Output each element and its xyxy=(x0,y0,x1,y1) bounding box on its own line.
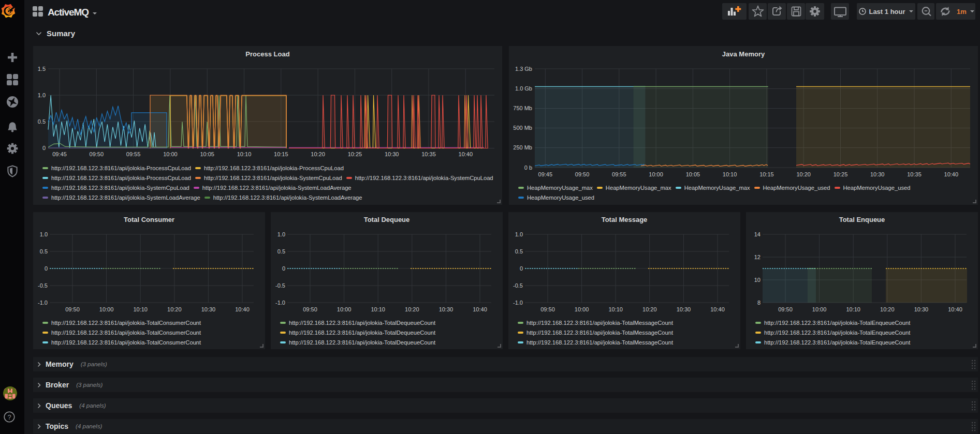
svg-text:10:10: 10:10 xyxy=(723,171,737,177)
svg-text:09:55: 09:55 xyxy=(126,151,141,157)
svg-text:10:20: 10:20 xyxy=(311,151,325,157)
svg-text:0.5: 0.5 xyxy=(515,248,523,255)
svg-text:1.0: 1.0 xyxy=(38,92,46,98)
svg-text:0.5: 0.5 xyxy=(277,248,285,255)
svg-text:10:30: 10:30 xyxy=(201,306,216,312)
svg-text:10:40: 10:40 xyxy=(473,306,487,312)
svg-text:10:10: 10:10 xyxy=(237,151,252,157)
svg-text:10:40: 10:40 xyxy=(948,306,962,312)
svg-text:-1.0: -1.0 xyxy=(275,300,285,306)
svg-text:1.5: 1.5 xyxy=(38,66,46,72)
svg-text:-0.5: -0.5 xyxy=(275,282,285,289)
svg-text:Process Load: Process Load xyxy=(245,50,289,58)
svg-text:250 Mb: 250 Mb xyxy=(513,144,532,151)
svg-text:10:25: 10:25 xyxy=(348,151,362,157)
svg-text:10:15: 10:15 xyxy=(274,151,288,157)
svg-text:750 Mb: 750 Mb xyxy=(513,105,532,111)
svg-text:10:00: 10:00 xyxy=(99,306,114,312)
svg-text:0: 0 xyxy=(42,145,46,151)
svg-text:0: 0 xyxy=(282,265,285,272)
svg-text:10:20: 10:20 xyxy=(405,306,419,312)
svg-text:10:05: 10:05 xyxy=(200,151,214,157)
svg-text:0 b: 0 b xyxy=(524,164,532,171)
svg-text:Total Enqueue: Total Enqueue xyxy=(839,216,885,223)
svg-text:?: ? xyxy=(7,413,11,421)
svg-text:09:50: 09:50 xyxy=(778,306,793,312)
svg-text:10:00: 10:00 xyxy=(575,306,589,312)
svg-text:0.5: 0.5 xyxy=(38,118,46,125)
svg-text:1.0: 1.0 xyxy=(40,231,48,237)
svg-text:Total Consumer: Total Consumer xyxy=(124,216,174,223)
svg-text:10:10: 10:10 xyxy=(846,306,860,312)
svg-text:10:40: 10:40 xyxy=(710,306,725,312)
svg-text:10:00: 10:00 xyxy=(812,306,827,312)
svg-text:10:35: 10:35 xyxy=(421,151,436,157)
svg-text:10:35: 10:35 xyxy=(907,171,922,177)
svg-text:10:15: 10:15 xyxy=(759,171,774,177)
svg-text:-1.0: -1.0 xyxy=(38,300,48,306)
svg-text:10:40: 10:40 xyxy=(459,151,473,157)
svg-text:1.0: 1.0 xyxy=(277,231,285,237)
svg-text:10:30: 10:30 xyxy=(870,171,885,177)
svg-text:09:55: 09:55 xyxy=(612,171,626,177)
svg-text:10:10: 10:10 xyxy=(608,306,623,312)
svg-text:Total Dequeue: Total Dequeue xyxy=(364,216,410,223)
svg-text:10:30: 10:30 xyxy=(385,151,399,157)
svg-text:09:45: 09:45 xyxy=(538,171,553,177)
svg-text:Java Memory: Java Memory xyxy=(722,50,765,58)
svg-text:0.5: 0.5 xyxy=(40,248,48,255)
svg-text:09:50: 09:50 xyxy=(90,151,104,157)
svg-text:10:30: 10:30 xyxy=(677,306,691,312)
svg-text:-0.5: -0.5 xyxy=(513,282,523,289)
svg-text:10:20: 10:20 xyxy=(880,306,895,312)
svg-text:09:50: 09:50 xyxy=(575,171,590,177)
svg-text:10:20: 10:20 xyxy=(642,306,657,312)
svg-text:1.0: 1.0 xyxy=(515,231,523,237)
svg-text:10:20: 10:20 xyxy=(167,306,182,312)
svg-text:10:40: 10:40 xyxy=(944,171,959,177)
svg-text:10:10: 10:10 xyxy=(371,306,385,312)
svg-text:09:50: 09:50 xyxy=(65,306,80,312)
svg-text:10:10: 10:10 xyxy=(133,306,148,312)
svg-text:1.3 Gb: 1.3 Gb xyxy=(515,66,532,72)
svg-text:1.0 Gb: 1.0 Gb xyxy=(515,85,532,92)
svg-text:Total Message: Total Message xyxy=(602,216,648,223)
svg-text:10:05: 10:05 xyxy=(686,171,700,177)
svg-text:10:40: 10:40 xyxy=(235,306,250,312)
svg-text:10: 10 xyxy=(754,277,760,283)
svg-text:12: 12 xyxy=(754,254,760,260)
svg-text:09:45: 09:45 xyxy=(52,151,67,157)
svg-text:09:50: 09:50 xyxy=(540,306,555,312)
svg-text:10:30: 10:30 xyxy=(914,306,929,312)
svg-text:14: 14 xyxy=(754,231,760,237)
svg-text:8: 8 xyxy=(757,300,760,306)
svg-text:10:30: 10:30 xyxy=(439,306,454,312)
svg-text:10:20: 10:20 xyxy=(796,171,811,177)
svg-text:-1.0: -1.0 xyxy=(513,300,523,306)
svg-text:10:00: 10:00 xyxy=(649,171,663,177)
svg-text:0: 0 xyxy=(520,265,523,272)
svg-text:500 Mb: 500 Mb xyxy=(513,125,532,131)
svg-text:0: 0 xyxy=(45,265,48,272)
svg-text:-0.5: -0.5 xyxy=(38,282,48,289)
svg-text:10:00: 10:00 xyxy=(337,306,352,312)
svg-text:10:00: 10:00 xyxy=(163,151,178,157)
svg-text:09:50: 09:50 xyxy=(303,306,317,312)
svg-text:10:25: 10:25 xyxy=(833,171,848,177)
